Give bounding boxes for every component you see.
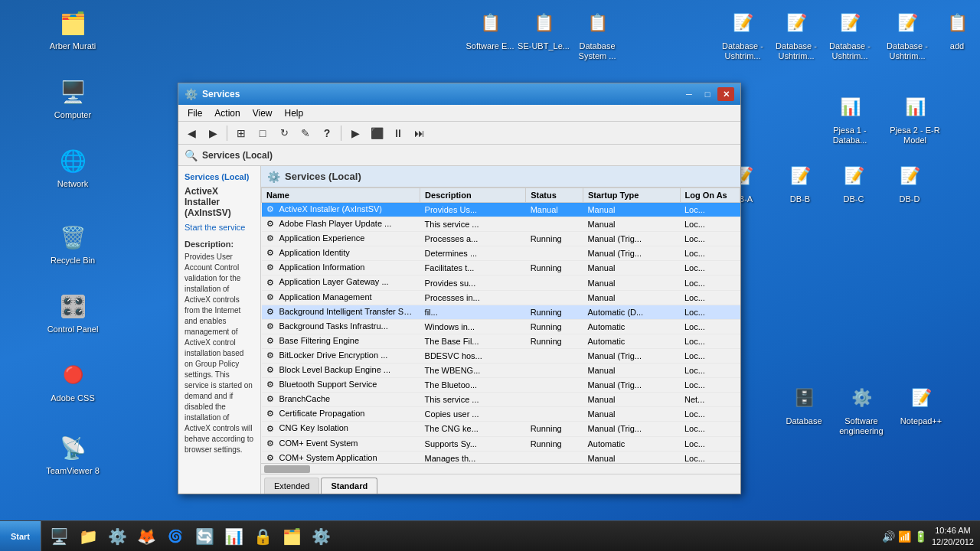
window-icon: ⚙️ bbox=[185, 88, 198, 100]
taskbar-icon-explorer[interactable]: 🖥️ bbox=[46, 523, 72, 549]
desktop-icon-database2[interactable]: 🗄️ Database bbox=[773, 383, 835, 426]
table-row[interactable]: ⚙Application InformationFacilitates t...… bbox=[262, 261, 740, 276]
desktop-icon-arber-murati[interactable]: 🗂️ Arber Murati bbox=[42, 8, 103, 51]
desktop-icon-pjesa2[interactable]: 📊 Pjesa 2 - E-R Model bbox=[884, 92, 946, 145]
service-icon: ⚙ bbox=[266, 204, 277, 215]
desktop-icon-software-e[interactable]: 📋 Software E... bbox=[459, 8, 521, 51]
menu-item-file[interactable]: File bbox=[181, 106, 208, 120]
desktop-icon-db-ushtrim3[interactable]: 📝 Database - Ushtrim... bbox=[819, 8, 880, 61]
menu-item-help[interactable]: Help bbox=[279, 106, 310, 120]
hscroll-area[interactable] bbox=[261, 463, 740, 474]
desktop-icon-db-c[interactable]: 📝 DB-C bbox=[823, 161, 884, 204]
table-row[interactable]: ⚙Application ExperienceProcesses a...Run… bbox=[262, 232, 740, 246]
taskbar-icon-firefox[interactable]: 🦊 bbox=[133, 523, 159, 549]
table-row[interactable]: ⚙Certificate PropagationCopies user ...M… bbox=[262, 407, 740, 422]
desktop-icon-db-b[interactable]: 📝 DB-B bbox=[769, 161, 831, 204]
taskbar-clock[interactable]: 10:46 AM 12/20/2012 bbox=[932, 525, 974, 547]
toolbar-btn-pause[interactable]: ⏸ bbox=[388, 124, 408, 142]
desktop-icon-database-system[interactable]: 📋 Database System ... bbox=[567, 8, 628, 61]
service-icon: ⚙ bbox=[266, 307, 277, 318]
desktop-icon-adobe-css[interactable]: 🔴 Adobe CSS bbox=[42, 360, 103, 403]
hscroll-bar[interactable] bbox=[264, 465, 310, 473]
table-row[interactable]: ⚙BitLocker Drive Encryption ...BDESVC ho… bbox=[262, 348, 740, 363]
taskbar-icon-folder[interactable]: 📁 bbox=[75, 523, 101, 549]
desktop-icon-network[interactable]: 🌐 Network bbox=[42, 145, 103, 189]
desktop-icon-teamviewer[interactable]: 📡 TeamViewer 8 bbox=[42, 432, 103, 476]
table-row[interactable]: ⚙Adobe Flash Player Update ...This servi… bbox=[262, 217, 740, 232]
col-header-description[interactable]: Description bbox=[420, 188, 526, 203]
menu-item-action[interactable]: Action bbox=[208, 106, 246, 120]
desktop-icon-se-ubt-le[interactable]: 📋 SE-UBT_Le... bbox=[513, 8, 574, 51]
table-row[interactable]: ⚙Background Intelligent Transfer Service… bbox=[262, 305, 740, 319]
desktop-icon-pjesa1[interactable]: 📊 Pjesa 1 - Databa... bbox=[819, 92, 880, 145]
services-table: Name Description Status Startup Type Log… bbox=[261, 187, 740, 463]
start-button[interactable]: Start bbox=[0, 521, 41, 552]
desktop-icon-db-ushtrim2[interactable]: 📝 Database - Ushtrim... bbox=[766, 8, 827, 61]
toolbar-btn-panel[interactable]: □ bbox=[253, 124, 273, 142]
table-row[interactable]: ⚙CNG Key IsolationThe CNG ke...RunningMa… bbox=[262, 422, 740, 436]
close-button[interactable]: ✕ bbox=[717, 87, 734, 101]
taskbar-icon-gear[interactable]: ⚙️ bbox=[308, 523, 334, 549]
services-window: ⚙️ Services ─ □ ✕ File Action View Help … bbox=[178, 83, 741, 494]
table-row[interactable]: ⚙COM+ System ApplicationManages th...Man… bbox=[262, 451, 740, 463]
service-icon: ⚙ bbox=[266, 262, 277, 273]
desktop-icon-db-ushtrim1[interactable]: 📝 Database - Ushtrim... bbox=[712, 8, 773, 61]
desktop-icon-recycle-bin[interactable]: 🗑️ Recycle Bin bbox=[42, 222, 103, 266]
taskbar-icon-folder2[interactable]: 🗂️ bbox=[279, 523, 305, 549]
sys-icon-battery[interactable]: 🔋 bbox=[914, 530, 927, 543]
search-icon: 🔍 bbox=[185, 149, 198, 161]
menu-bar: File Action View Help bbox=[178, 105, 740, 122]
toolbar-btn-back[interactable]: ◀ bbox=[181, 124, 201, 142]
sys-icon-network[interactable]: 📶 bbox=[898, 530, 911, 543]
table-row[interactable]: ⚙Block Level Backup Engine ...The WBENG.… bbox=[262, 364, 740, 378]
desktop-icon-add[interactable]: 📋 add bbox=[926, 8, 980, 51]
service-icon: ⚙ bbox=[266, 350, 277, 361]
services-header-icon: ⚙️ bbox=[267, 171, 280, 183]
toolbar-btn-refresh[interactable]: ↻ bbox=[274, 124, 294, 142]
service-icon: ⚙ bbox=[266, 424, 277, 435]
services-table-container[interactable]: Name Description Status Startup Type Log… bbox=[261, 187, 740, 463]
service-icon: ⚙ bbox=[266, 336, 277, 347]
toolbar-btn-forward[interactable]: ▶ bbox=[203, 124, 223, 142]
toolbar-btn-edit[interactable]: ✎ bbox=[296, 124, 315, 142]
desktop-icon-software-engineering[interactable]: ⚙️ Software engineering bbox=[831, 383, 892, 436]
desktop-icon-notepadpp[interactable]: 📝 Notepad++ bbox=[890, 383, 952, 426]
desktop-icon-db-d[interactable]: 📝 DB-D bbox=[879, 161, 940, 204]
toolbar-btn-restart[interactable]: ⏭ bbox=[410, 124, 430, 142]
toolbar-btn-help[interactable]: ? bbox=[317, 124, 337, 142]
col-header-status[interactable]: Status bbox=[526, 188, 583, 203]
col-header-logon[interactable]: Log On As bbox=[680, 188, 740, 203]
col-header-name[interactable]: Name bbox=[262, 188, 420, 203]
service-icon: ⚙ bbox=[266, 453, 277, 463]
taskbar-icon-settings[interactable]: ⚙️ bbox=[104, 523, 130, 549]
main-content: Services (Local) ActiveX Installer (AxIn… bbox=[178, 166, 740, 494]
taskbar-icon-utorrent[interactable]: 🌀 bbox=[162, 523, 188, 549]
maximize-button[interactable]: □ bbox=[699, 87, 716, 101]
tab-standard[interactable]: Standard bbox=[321, 478, 377, 494]
table-row[interactable]: ⚙Application Layer Gateway ...Provides s… bbox=[262, 276, 740, 290]
desktop-icon-computer[interactable]: 🖥️ Computer bbox=[42, 77, 103, 120]
service-icon: ⚙ bbox=[266, 278, 277, 289]
table-row[interactable]: ⚙COM+ Event SystemSupports Sy...RunningA… bbox=[262, 436, 740, 451]
table-row[interactable]: ⚙Application ManagementProcesses in...Ma… bbox=[262, 290, 740, 305]
toolbar-btn-grid[interactable]: ⊞ bbox=[231, 124, 251, 142]
taskbar-icon-refresh[interactable]: 🔄 bbox=[191, 523, 217, 549]
sys-icon-speaker[interactable]: 🔊 bbox=[882, 530, 895, 543]
taskbar-icon-excel[interactable]: 📊 bbox=[220, 523, 247, 549]
tab-extended[interactable]: Extended bbox=[264, 478, 319, 494]
table-row[interactable]: ⚙Background Tasks Infrastru...Windows in… bbox=[262, 319, 740, 334]
table-row[interactable]: ⚙Base Filtering EngineThe Base Fil...Run… bbox=[262, 334, 740, 348]
desktop-icon-control-panel[interactable]: 🎛️ Control Panel bbox=[42, 291, 103, 334]
table-row[interactable]: ⚙Bluetooth Support ServiceThe Bluetoo...… bbox=[262, 378, 740, 393]
toolbar-btn-stop[interactable]: ⬛ bbox=[367, 124, 387, 142]
start-link[interactable]: Start the service bbox=[185, 223, 254, 232]
table-row[interactable]: ⚙ActiveX Installer (AxInstSV)Provides Us… bbox=[262, 203, 740, 217]
menu-item-view[interactable]: View bbox=[247, 106, 279, 120]
selected-service-title: ActiveX Installer (AxInstSV) bbox=[185, 186, 254, 218]
col-header-startup[interactable]: Startup Type bbox=[583, 188, 680, 203]
minimize-button[interactable]: ─ bbox=[681, 87, 697, 101]
table-row[interactable]: ⚙BranchCacheThis service ...ManualNet... bbox=[262, 393, 740, 407]
toolbar-btn-play[interactable]: ▶ bbox=[345, 124, 365, 142]
table-row[interactable]: ⚙Application IdentityDetermines ...Manua… bbox=[262, 246, 740, 261]
taskbar-icon-torrent2[interactable]: 🔒 bbox=[250, 523, 276, 549]
